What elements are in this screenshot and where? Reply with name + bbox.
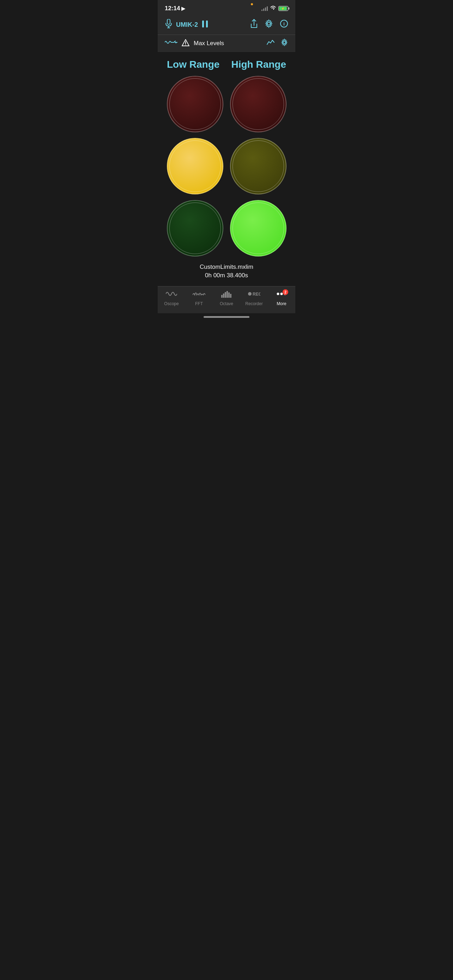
settings-sub-button[interactable] xyxy=(280,38,288,48)
status-right-icons: ⚡ xyxy=(261,5,288,12)
more-icon: 2 xyxy=(276,290,287,300)
nav-item-fft[interactable]: FFT xyxy=(187,290,211,306)
bottom-nav: Oscope FFT Octave REC xyxy=(158,286,295,313)
share-button[interactable] xyxy=(250,19,258,30)
recorder-icon: REC xyxy=(248,290,261,300)
oscope-label: Oscope xyxy=(164,301,178,306)
octave-label: Octave xyxy=(220,301,233,306)
circle-container-low-yellow xyxy=(166,138,224,194)
svg-text:i: i xyxy=(283,21,285,27)
nav-item-octave[interactable]: Octave xyxy=(214,290,239,306)
footer-info: CustomLimits.mxlim 0h 00m 38.400s xyxy=(163,256,290,283)
circle-low-red[interactable] xyxy=(167,76,223,132)
circle-container-low-darkgreen xyxy=(166,200,224,256)
status-bar: 12:14 ▶ ⚡ xyxy=(158,0,295,15)
more-label: More xyxy=(277,301,286,306)
circles-grid xyxy=(163,76,290,256)
circle-low-darkgreen[interactable] xyxy=(167,200,223,256)
svg-text:REC: REC xyxy=(253,292,261,297)
svg-rect-14 xyxy=(227,291,228,298)
svg-rect-3 xyxy=(202,21,204,27)
svg-point-19 xyxy=(277,293,280,295)
location-arrow-icon: ▶ xyxy=(181,6,185,11)
circle-container-high-brightgreen xyxy=(229,200,287,256)
toolbar-left: UMIK-2 xyxy=(165,19,245,30)
svg-point-10 xyxy=(283,41,286,44)
fft-label: FFT xyxy=(195,301,203,306)
oscope-icon xyxy=(166,290,177,300)
svg-rect-16 xyxy=(230,294,231,298)
svg-rect-15 xyxy=(228,293,230,298)
nav-item-recorder[interactable]: REC Recorder xyxy=(242,290,266,306)
pause-button[interactable] xyxy=(202,20,208,30)
svg-rect-4 xyxy=(206,21,208,27)
low-range-title: Low Range xyxy=(167,59,219,70)
nav-item-oscope[interactable]: Oscope xyxy=(159,290,184,306)
notification-dot xyxy=(251,3,253,5)
fft-icon xyxy=(192,290,205,300)
svg-rect-12 xyxy=(223,294,224,298)
timer-display: 0h 00m 38.400s xyxy=(163,272,290,279)
chart-button[interactable] xyxy=(266,39,275,48)
home-indicator xyxy=(203,316,250,318)
circle-low-yellow[interactable] xyxy=(167,138,223,194)
svg-rect-0 xyxy=(167,19,170,24)
svg-rect-13 xyxy=(225,292,226,298)
waveform-icon xyxy=(165,39,178,48)
circle-container-high-red xyxy=(229,76,287,132)
sub-toolbar: Max Levels xyxy=(158,35,295,52)
toolbar: UMIK-2 i xyxy=(158,15,295,35)
toolbar-right: i xyxy=(250,19,288,30)
svg-point-9 xyxy=(185,45,186,45)
device-name-label: UMIK-2 xyxy=(176,21,198,29)
max-levels-label: Max Levels xyxy=(194,40,262,47)
recorder-label: Recorder xyxy=(245,301,262,306)
svg-point-5 xyxy=(267,22,270,25)
charging-bolt: ⚡ xyxy=(281,7,285,10)
time-display: 12:14 xyxy=(165,5,180,12)
wifi-icon xyxy=(270,5,276,12)
octave-icon xyxy=(221,290,232,300)
circle-high-brightgreen[interactable] xyxy=(230,200,286,256)
more-badge-count: 2 xyxy=(283,289,288,295)
status-time: 12:14 ▶ xyxy=(165,5,185,12)
sub-toolbar-actions xyxy=(266,38,288,48)
microphone-icon xyxy=(165,19,173,30)
svg-rect-11 xyxy=(221,295,223,298)
high-range-title: High Range xyxy=(231,59,286,70)
circle-container-low-red xyxy=(166,76,224,132)
battery-icon: ⚡ xyxy=(278,6,288,11)
filename-label: CustomLimits.mxlim xyxy=(163,264,290,270)
warning-icon xyxy=(182,39,189,48)
svg-point-17 xyxy=(248,292,251,296)
nav-item-more[interactable]: 2 More xyxy=(269,290,294,306)
main-content: Low Range High Range CustomLimits.mxlim … xyxy=(158,52,295,286)
circle-high-red[interactable] xyxy=(230,76,286,132)
settings-button[interactable] xyxy=(264,19,273,30)
circle-high-olive[interactable] xyxy=(230,138,286,194)
range-headers: Low Range High Range xyxy=(163,59,290,70)
more-badge-container: 2 xyxy=(276,290,287,300)
signal-icon xyxy=(261,6,268,11)
circle-container-high-olive xyxy=(229,138,287,194)
info-button[interactable]: i xyxy=(280,19,288,30)
